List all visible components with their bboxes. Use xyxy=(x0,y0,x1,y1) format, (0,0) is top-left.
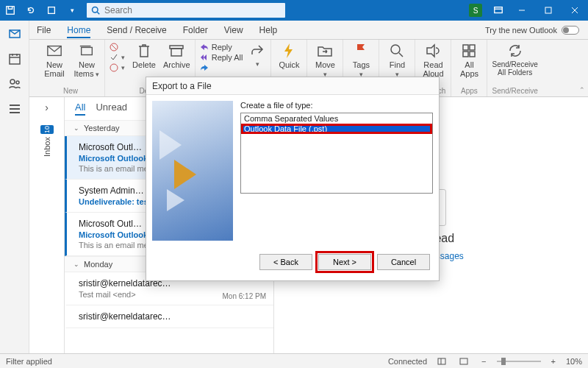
quick-steps-button[interactable]: Quick xyxy=(276,43,302,69)
try-new-outlook-label: Try the new Outlook xyxy=(485,26,557,35)
expand-folder-pane[interactable]: › xyxy=(45,102,49,113)
sync-icon xyxy=(507,43,523,59)
svg-rect-10 xyxy=(171,49,182,56)
undo-icon[interactable] xyxy=(21,0,41,21)
forward-button[interactable] xyxy=(200,63,243,72)
new-items-button[interactable]: New Items ▾ xyxy=(74,43,100,78)
try-new-outlook[interactable]: Try the new Outlook xyxy=(485,26,579,35)
view-normal-icon[interactable] xyxy=(434,357,449,366)
svg-rect-21 xyxy=(10,108,20,110)
tab-file[interactable]: File xyxy=(37,22,51,38)
read-aloud-button[interactable]: Read Aloud xyxy=(420,43,446,78)
tab-home[interactable]: Home xyxy=(67,22,90,38)
back-button[interactable]: < Back xyxy=(259,254,312,270)
delete-button[interactable]: Delete xyxy=(131,43,157,69)
new-email-button[interactable]: New Email xyxy=(41,43,68,78)
all-apps-button[interactable]: All Apps xyxy=(456,43,482,78)
zoom-in-button[interactable]: + xyxy=(548,357,559,366)
window-controls xyxy=(509,0,588,21)
search-icon xyxy=(91,6,100,15)
filter-unread[interactable]: Unread xyxy=(96,102,127,116)
calendar-rail-icon[interactable] xyxy=(7,52,22,66)
status-connected: Connected xyxy=(388,357,427,366)
folder-move-icon xyxy=(317,43,333,59)
ribbon-group-new: New Email New Items ▾ New xyxy=(37,40,105,96)
next-button[interactable]: Next > xyxy=(318,254,371,270)
dialog-title: Export to a File xyxy=(146,77,439,95)
svg-rect-23 xyxy=(438,358,445,364)
tab-send-receive[interactable]: Send / Receive xyxy=(107,22,166,38)
svg-point-8 xyxy=(110,64,118,71)
svg-point-19 xyxy=(16,81,19,84)
account-avatar[interactable]: S xyxy=(469,4,482,17)
svg-rect-4 xyxy=(545,7,551,13)
ribbon-group-sendreceive: Send/Receive All Folders Send/Receive xyxy=(487,40,542,96)
svg-rect-12 xyxy=(463,45,468,50)
save-icon[interactable] xyxy=(0,0,21,21)
magnifier-icon xyxy=(389,43,405,59)
lightning-icon xyxy=(281,43,297,59)
zoom-out-button[interactable]: − xyxy=(478,357,489,366)
svg-rect-17 xyxy=(10,54,20,64)
option-csv[interactable]: Comma Separated Values xyxy=(241,113,432,124)
folder-pane-collapsed: › Inbox 10 xyxy=(29,97,65,353)
reply-button[interactable]: Reply xyxy=(200,43,243,52)
more-rail-icon[interactable] xyxy=(7,102,22,116)
svg-rect-24 xyxy=(460,358,467,364)
file-type-listbox[interactable]: Comma Separated Values Outlook Data File… xyxy=(240,113,433,194)
close-button[interactable] xyxy=(562,0,588,21)
send-receive-button[interactable]: Send/Receive All Folders xyxy=(492,43,537,77)
grid-icon xyxy=(461,43,477,59)
find-button[interactable]: Find▾ xyxy=(384,43,410,78)
reply-all-button[interactable]: Reply All xyxy=(200,53,243,62)
toggle-icon[interactable] xyxy=(562,26,579,35)
ribbon-group-apps: All Apps Apps xyxy=(451,40,487,96)
archive-button[interactable]: Archive xyxy=(163,43,190,69)
people-rail-icon[interactable] xyxy=(7,77,22,91)
flag-icon xyxy=(353,43,369,59)
share-button[interactable]: ▾ xyxy=(248,43,266,68)
qat-overflow-icon[interactable]: ▾ xyxy=(62,0,82,21)
filter-all[interactable]: All xyxy=(75,102,85,116)
mail-stack-icon xyxy=(79,43,95,59)
svg-point-11 xyxy=(391,45,400,54)
vertical-folder-label[interactable]: Inbox 10 xyxy=(40,125,54,157)
trash-icon xyxy=(136,43,152,59)
zoom-slider[interactable] xyxy=(497,361,541,362)
search-box[interactable] xyxy=(87,3,285,18)
svg-rect-0 xyxy=(7,7,15,15)
status-bar: Filter applied Connected − + 10% xyxy=(0,353,588,368)
ribbon-tabs: File Home Send / Receive Folder View Hel… xyxy=(0,21,588,40)
tags-button[interactable]: Tags▾ xyxy=(348,43,374,78)
message-item[interactable]: sristir@kerneldatarec… xyxy=(65,305,273,328)
group-label-new: New xyxy=(63,87,78,95)
mail-rail-icon[interactable] xyxy=(7,26,22,41)
tab-folder[interactable]: Folder xyxy=(183,22,208,38)
svg-rect-15 xyxy=(470,52,475,57)
ribbon-collapse-icon[interactable]: ⌃ xyxy=(579,86,585,93)
title-bar: ▾ S xyxy=(0,0,588,21)
ribbon-display-icon[interactable] xyxy=(488,0,509,21)
file-type-label: Create a file of type: xyxy=(240,101,433,110)
tab-view[interactable]: View xyxy=(224,22,243,38)
minimize-button[interactable] xyxy=(509,0,535,21)
option-pst[interactable]: Outlook Data File (.pst) xyxy=(241,124,432,134)
delete-small-buttons: ▾ ▾ xyxy=(110,43,125,72)
mail-icon xyxy=(46,43,62,59)
redo-icon[interactable] xyxy=(41,0,62,21)
view-reading-icon[interactable] xyxy=(456,357,471,366)
svg-point-2 xyxy=(93,7,98,13)
cleanup-button[interactable]: ▾ xyxy=(110,53,125,62)
cancel-button[interactable]: Cancel xyxy=(377,254,430,270)
status-filter: Filter applied xyxy=(6,357,52,366)
junk-button[interactable]: ▾ xyxy=(110,63,125,72)
svg-rect-20 xyxy=(10,105,20,106)
unread-badge: 10 xyxy=(40,125,54,134)
zoom-value: 10% xyxy=(566,357,582,366)
svg-point-18 xyxy=(10,79,15,84)
ignore-button[interactable] xyxy=(110,43,125,52)
search-input[interactable] xyxy=(104,5,281,15)
tab-help[interactable]: Help xyxy=(259,22,278,38)
move-button[interactable]: Move▾ xyxy=(312,43,338,78)
maximize-button[interactable] xyxy=(535,0,562,21)
